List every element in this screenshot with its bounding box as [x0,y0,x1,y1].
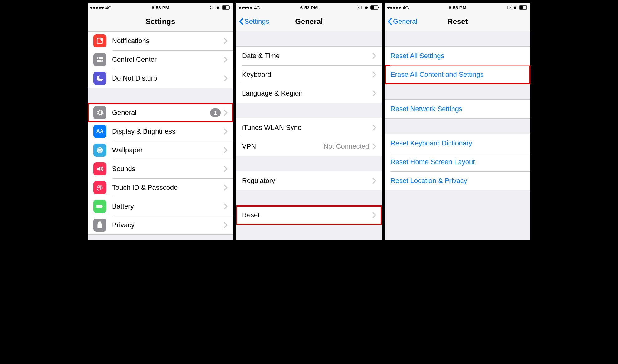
chevron-right-icon [224,110,228,116]
list-item[interactable]: Reset Keyboard Dictionary [385,134,530,153]
lock-icon [209,5,214,10]
chevron-right-icon [372,178,376,184]
row-badge: 1 [210,108,221,117]
list-item[interactable]: Battery [88,197,233,216]
row-label: Date & Time [242,52,372,60]
row-label: Display & Brightness [112,127,224,135]
carrier-label: 4G [105,5,112,10]
svg-rect-26 [527,7,527,8]
svg-rect-27 [520,6,523,9]
list-item[interactable]: Touch ID & Passcode [88,178,233,197]
row-label: Notifications [112,37,224,45]
chevron-right-icon [224,57,228,63]
row-label: Touch ID & Passcode [112,184,224,192]
svg-rect-16 [96,205,102,208]
list-item[interactable]: Privacy [88,216,233,234]
general-group-4: Reset [236,205,382,225]
wallpaper-icon [93,144,106,157]
svg-point-1 [217,7,219,9]
row-label: Reset Location & Privacy [390,177,525,185]
chevron-right-icon [372,143,376,150]
list-item[interactable]: Control Center [88,50,233,69]
signal-icon [239,7,252,9]
chevron-right-icon [224,75,228,81]
page-title: General [295,17,323,26]
control-center-icon [93,53,106,66]
screen-reset: 4G 6:53 PM General Reset Reset All Setti… [385,3,530,240]
list-item[interactable]: Do Not Disturb [88,69,233,88]
list-item[interactable]: Sounds [88,160,233,178]
list-item[interactable]: Erase All Content and Settings [385,65,530,84]
settings-group-2: General1AADisplay & BrightnessWallpaperS… [88,103,233,235]
reset-group-2: Reset Network Settings [385,99,530,119]
list-item[interactable]: Reset All Settings [385,47,530,65]
list-item[interactable]: Reset Home Screen Layout [385,153,530,171]
list-item[interactable]: iTunes WLAN Sync [236,118,382,137]
list-item[interactable]: Keyboard [236,65,382,84]
screen-settings: 4G 6:53 PM Settings NotificationsControl… [88,3,233,240]
list-item[interactable]: General1 [88,103,233,122]
status-bar: 4G 6:53 PM [385,3,530,12]
svg-point-19 [365,7,368,9]
row-label: Reset [242,211,372,219]
list-item[interactable]: AADisplay & Brightness [88,122,233,141]
status-bar: 4G 6:53 PM [236,3,382,12]
general-group-3: Regulatory [236,171,382,190]
battery-icon [222,5,231,10]
row-label: Privacy [112,221,224,229]
list-item[interactable]: Date & Time [236,47,382,65]
chevron-left-icon [387,18,392,25]
battery-icon [370,5,379,10]
list-item[interactable]: Language & Region [236,84,382,103]
chevron-right-icon [224,38,228,44]
back-button[interactable]: General [387,17,417,26]
list-item[interactable]: Reset [236,206,382,224]
list-item[interactable]: VPNNot Connected [236,137,382,156]
chevron-right-icon [224,184,228,191]
notifications-icon [93,34,106,47]
navbar: Settings [88,12,233,31]
navbar: General Reset [385,12,530,31]
row-label: iTunes WLAN Sync [242,124,372,132]
row-label: Sounds [112,165,224,173]
svg-point-24 [514,7,516,9]
chevron-right-icon [224,222,228,228]
svg-rect-17 [102,206,103,207]
svg-point-10 [101,60,102,62]
list-item[interactable]: Reset Location & Privacy [385,171,530,190]
screen-general: 4G 6:53 PM Settings General Date & TimeK… [236,3,382,240]
general-group-2: iTunes WLAN SyncVPNNot Connected [236,118,382,156]
general-group-1: Date & TimeKeyboardLanguage & Region [236,46,382,103]
row-label: Reset Keyboard Dictionary [390,139,525,147]
battery-icon [93,200,106,213]
chevron-right-icon [372,125,376,131]
back-label: General [393,17,417,26]
row-label: Reset Network Settings [390,105,525,113]
display-icon: AA [93,125,106,138]
row-label: Control Center [112,56,224,64]
svg-rect-4 [223,6,226,9]
row-label: Reset All Settings [390,52,525,60]
chevron-right-icon [224,147,228,153]
status-time: 6:53 PM [449,5,467,10]
row-label: General [112,109,210,117]
carrier-label: 4G [403,5,409,10]
back-button[interactable]: Settings [239,17,269,26]
list-item[interactable]: Notifications [88,32,233,50]
signal-icon [387,7,401,9]
triptych-container: 4G 6:53 PM Settings NotificationsControl… [88,3,530,240]
lock-icon [358,5,362,10]
chevron-right-icon [224,128,228,135]
battery-icon [519,5,528,10]
settings-group-1: NotificationsControl CenterDo Not Distur… [88,31,233,88]
list-item[interactable]: Reset Network Settings [385,100,530,118]
row-label: Keyboard [242,71,372,79]
row-label: Reset Home Screen Layout [390,158,525,166]
svg-rect-21 [378,7,379,8]
chevron-right-icon [372,71,376,78]
alarm-icon [513,5,517,10]
lock-icon [507,5,511,10]
list-item[interactable]: Regulatory [236,171,382,190]
status-time: 6:53 PM [152,5,169,10]
list-item[interactable]: Wallpaper [88,141,233,160]
